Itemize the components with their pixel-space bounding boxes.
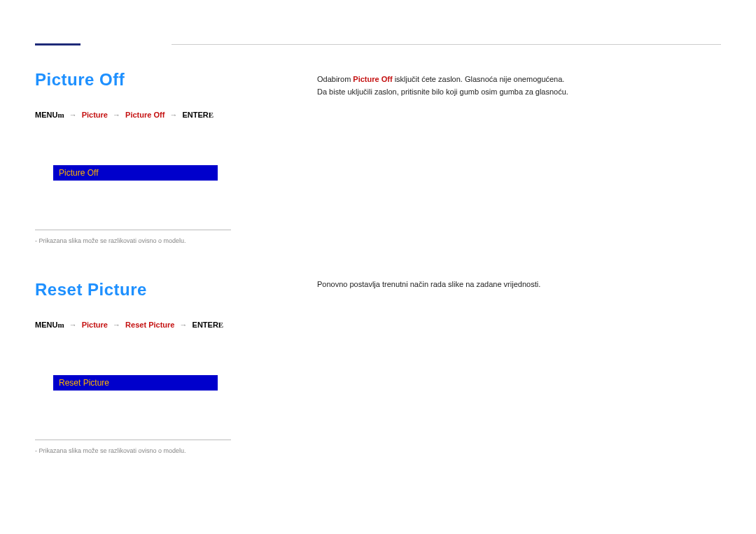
breadcrumb-item: Reset Picture <box>125 321 174 329</box>
header-divider <box>172 44 721 45</box>
desc-line: Da biste uključili zaslon, pritisnite bi… <box>317 86 568 99</box>
desc-text: Odabirom <box>317 75 353 83</box>
section-title: Picture Off <box>35 70 231 90</box>
breadcrumb-menu: MENU <box>35 111 57 119</box>
desc-text: isključit ćete zaslon. Glasnoća nije one… <box>395 75 565 83</box>
breadcrumb-arrow-icon: → <box>69 321 77 329</box>
menu-bar-label: Reset Picture <box>59 378 109 388</box>
reset-picture-section: Reset Picture MENUm → Picture → Reset Pi… <box>35 280 231 454</box>
breadcrumb: MENUm → Picture → Picture Off → ENTERE <box>35 111 231 119</box>
accent-bar <box>35 43 80 45</box>
footnote: - Prikazana slika može se razlikovati ov… <box>35 447 231 454</box>
breadcrumb-arrow-icon: → <box>169 111 177 119</box>
reset-picture-description: Ponovno postavlja trenutni način rada sl… <box>317 280 540 288</box>
breadcrumb-menu: MENU <box>35 321 57 329</box>
menu-button-icon: m <box>57 321 64 329</box>
breadcrumb-arrow-icon: → <box>113 111 120 119</box>
menu-bar-picture-off: Picture Off <box>53 165 218 181</box>
menu-bar-reset-picture: Reset Picture <box>53 375 218 391</box>
breadcrumb-arrow-icon: → <box>179 321 187 329</box>
footnote: - Prikazana slika može se razlikovati ov… <box>35 237 231 244</box>
breadcrumb-item: Picture <box>82 321 108 329</box>
enter-button-icon: E <box>218 321 223 329</box>
enter-button-icon: E <box>209 111 214 119</box>
picture-off-description: Odabirom Picture Off isključit ćete zasl… <box>317 73 568 98</box>
menu-bar-label: Picture Off <box>59 168 98 178</box>
section-divider <box>35 440 231 440</box>
section-divider <box>35 230 231 230</box>
breadcrumb-enter: ENTER <box>192 321 218 329</box>
picture-off-section: Picture Off MENUm → Picture → Picture Of… <box>35 70 231 244</box>
desc-line: Ponovno postavlja trenutni način rada sl… <box>317 280 540 288</box>
breadcrumb-arrow-icon: → <box>69 111 77 119</box>
breadcrumb-enter: ENTER <box>182 111 208 119</box>
menu-button-icon: m <box>57 111 64 119</box>
desc-line: Odabirom Picture Off isključit ćete zasl… <box>317 73 568 86</box>
breadcrumb-item: Picture <box>82 111 108 119</box>
desc-red: Picture Off <box>353 75 392 83</box>
breadcrumb: MENUm → Picture → Reset Picture → ENTERE <box>35 321 231 329</box>
section-title: Reset Picture <box>35 280 231 300</box>
breadcrumb-item: Picture Off <box>125 111 164 119</box>
breadcrumb-arrow-icon: → <box>113 321 120 329</box>
